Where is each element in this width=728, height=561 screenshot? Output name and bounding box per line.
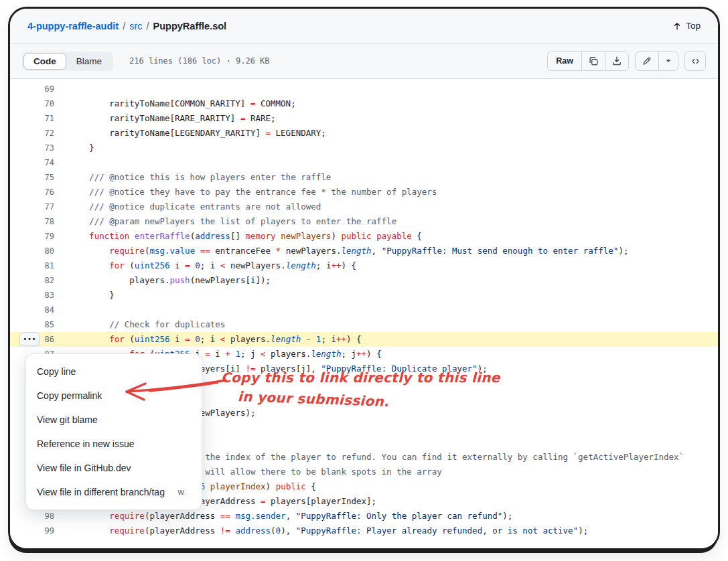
code-view: 6970 rarityToName[COMMON_RARITY] = COMMO… (10, 79, 718, 550)
line-number[interactable]: 78 (10, 214, 54, 229)
line-number[interactable]: 84 (10, 303, 54, 317)
edit-group (635, 51, 678, 71)
menu-item-view-git-blame[interactable]: View git blame (26, 408, 202, 432)
line-content: /// @notice they have to pay the entranc… (54, 185, 437, 199)
line-context-menu: Copy lineCopy permalinkView git blameRef… (25, 353, 202, 510)
download-icon (611, 56, 622, 66)
line-content: require(msg.value == entranceFee * newPl… (54, 244, 628, 258)
copy-button[interactable] (581, 52, 605, 70)
line-content: for (uint256 i = 0; i < newPlayers.lengt… (54, 258, 356, 273)
menu-item-label: Copy permalink (37, 389, 102, 402)
file-toolbar: CodeBlame 216 lines (186 loc) · 9.26 KB … (10, 44, 718, 79)
menu-item-shortcut: w (178, 485, 184, 499)
code-symbols-button[interactable] (684, 51, 706, 71)
file-info: 216 lines (186 loc) · 9.26 KB (129, 56, 270, 66)
code-line: 84 (10, 303, 718, 317)
breadcrumb-separator: / (147, 21, 149, 31)
code-line: 82 players.push(newPlayers[i]); (10, 273, 718, 288)
code-line: 79 function enterRaffle(address[] memory… (10, 229, 718, 244)
highlighted-code-line: •••86 for (uint256 i = 0; i < players.le… (10, 332, 718, 347)
edit-pencil-icon (642, 56, 652, 66)
menu-item-view-file-in-different-branch-tag[interactable]: View file in different branch/tagw (26, 480, 202, 504)
line-number[interactable]: 85 (10, 317, 54, 332)
code-line: 69 (10, 82, 718, 96)
line-content: require(playerAddress != address(0), "Pu… (54, 524, 588, 538)
menu-item-copy-line[interactable]: Copy line (26, 359, 202, 384)
line-number[interactable]: 79 (10, 229, 54, 244)
raw-copy-download-group: Raw (547, 51, 629, 71)
line-content: rarityToName[COMMON_RARITY] = COMMON; (54, 96, 296, 111)
line-content: require(playerAddress == msg.sender, "Pu… (54, 509, 512, 524)
edit-dropdown-button[interactable] (658, 52, 678, 70)
line-menu-button[interactable]: ••• (19, 332, 40, 346)
toolbar-actions: Raw (547, 51, 706, 71)
line-content: } (54, 288, 115, 303)
tab-code[interactable]: Code (23, 53, 66, 70)
line-number[interactable]: 75 (10, 170, 54, 185)
code-line: 85 // Check for duplicates (10, 317, 718, 332)
code-line: 99 require(playerAddress != address(0), … (10, 524, 718, 538)
line-number[interactable]: 81 (10, 258, 54, 273)
line-content (54, 303, 69, 317)
line-content (54, 82, 69, 96)
code-blame-switcher: CodeBlame (22, 52, 113, 71)
menu-item-label: View git blame (37, 413, 98, 426)
file-header: 4-puppy-raffle-audit / src / PuppyRaffle… (10, 9, 718, 44)
line-number[interactable]: 74 (10, 155, 54, 170)
line-number[interactable]: 77 (10, 199, 54, 214)
raw-label: Raw (554, 56, 575, 66)
up-arrow-icon (672, 21, 682, 31)
menu-item-label: View file in different branch/tag (37, 485, 165, 499)
breadcrumb-file-name: PuppyRaffle.sol (153, 21, 227, 31)
top-label: Top (686, 21, 701, 31)
line-content: /// @notice duplicate entrants are not a… (54, 199, 321, 214)
screenshot-frame: 4-puppy-raffle-audit / src / PuppyRaffle… (8, 7, 720, 550)
kebab-horizontal-icon: ••• (23, 333, 36, 345)
copy-icon (588, 56, 599, 66)
code-line: 80 require(msg.value == entranceFee * ne… (10, 244, 718, 258)
menu-item-label: Copy line (37, 365, 76, 378)
code-line: 81 for (uint256 i = 0; i < newPlayers.le… (10, 258, 718, 273)
code-line: 75 /// @notice this is how players enter… (10, 170, 718, 185)
menu-item-label: Reference in new issue (37, 437, 135, 451)
line-content: function enterRaffle(address[] memory ne… (54, 229, 422, 244)
line-number[interactable]: 99 (10, 524, 54, 538)
menu-item-copy-permalink[interactable]: Copy permalink (26, 384, 202, 408)
menu-item-reference-in-new-issue[interactable]: Reference in new issue (26, 432, 202, 456)
breadcrumb-src-link[interactable]: src (129, 21, 142, 31)
line-content: // Check for duplicates (54, 317, 225, 332)
code-line: 71 rarityToName[RARE_RARITY] = RARE; (10, 111, 718, 126)
line-content: rarityToName[LEGENDARY_RARITY] = LEGENDA… (54, 126, 326, 141)
line-content: for (uint256 i = 0; i < players.length -… (54, 332, 362, 347)
menu-item-view-file-in-github-dev[interactable]: View file in GitHub.dev (26, 456, 202, 480)
breadcrumb: 4-puppy-raffle-audit / src / PuppyRaffle… (27, 21, 226, 31)
raw-button[interactable]: Raw (548, 52, 581, 70)
code-line: 76 /// @notice they have to pay the entr… (10, 185, 718, 199)
line-number[interactable]: 80 (10, 244, 54, 258)
line-number[interactable]: 69 (10, 82, 54, 96)
breadcrumb-separator: / (123, 21, 125, 31)
line-number[interactable]: 76 (10, 185, 54, 199)
line-number[interactable]: 83 (10, 288, 54, 303)
line-content: players.push(newPlayers[i]); (54, 273, 271, 288)
line-content: /// @param newPlayers the list of player… (54, 214, 396, 229)
back-to-top-link[interactable]: Top (672, 21, 701, 31)
line-number[interactable]: 73 (10, 141, 54, 155)
dropdown-caret-icon (665, 58, 672, 64)
breadcrumb-repo-link[interactable]: 4-puppy-raffle-audit (27, 21, 119, 31)
line-number[interactable]: 70 (10, 96, 54, 111)
edit-button[interactable] (636, 52, 658, 70)
line-number[interactable]: 98 (10, 509, 54, 524)
tab-blame[interactable]: Blame (66, 53, 112, 70)
code-line: 77 /// @notice duplicate entrants are no… (10, 199, 718, 214)
code-line: 83 } (10, 288, 718, 303)
download-button[interactable] (605, 52, 628, 70)
line-number[interactable]: 72 (10, 126, 54, 141)
code-line: 73 } (10, 141, 718, 155)
code-symbols-icon (690, 56, 701, 66)
menu-item-label: View file in GitHub.dev (37, 461, 131, 475)
line-number[interactable]: 82 (10, 273, 54, 288)
line-number[interactable]: 71 (10, 111, 54, 126)
line-content (54, 155, 69, 170)
line-content: /// @notice this is how players enter th… (54, 170, 331, 185)
